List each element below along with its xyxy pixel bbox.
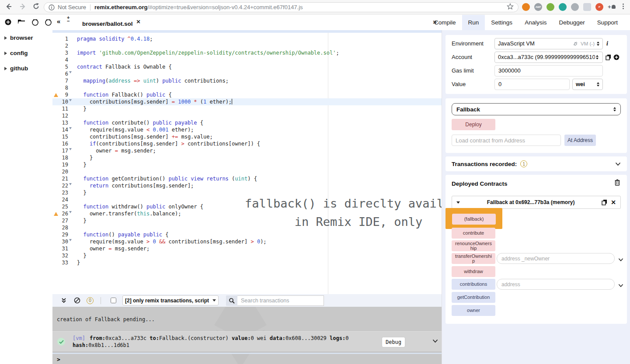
menu-item-run[interactable]: Run	[462, 15, 485, 30]
adblock-extension-icon[interactable]: ABP	[534, 3, 542, 11]
code-line-26[interactable]: 26 owner.transfer(this.balance);	[52, 210, 442, 217]
code-line-27[interactable]: 27 }	[52, 217, 442, 224]
getContribution-button[interactable]: getContribution	[452, 292, 495, 303]
code-line-21[interactable]: 21 function getContribution() public vie…	[52, 175, 442, 182]
code-line-6[interactable]: 6	[52, 70, 442, 77]
tab-browser-ballot-sol[interactable]: browser/ballot.sol ✕	[78, 17, 145, 30]
code-line-28[interactable]: 28	[52, 224, 442, 231]
contract-select[interactable]: Fallback	[452, 103, 621, 115]
debug-button[interactable]: Debug	[382, 337, 405, 347]
tab-close-icon[interactable]: ✕	[136, 19, 141, 25]
code-line-12[interactable]: 12	[52, 112, 442, 119]
arc-extension-icon[interactable]	[559, 3, 567, 11]
cube-extension-icon[interactable]	[583, 3, 591, 11]
code-line-5[interactable]: 5contract Fallback is Ownable {	[52, 63, 442, 70]
contribute-button[interactable]: contribute	[452, 228, 495, 239]
withdraw-button[interactable]: withdraw	[452, 266, 495, 277]
environment-select[interactable]: JavaScript VM VM (-)	[494, 38, 603, 49]
transactions-filter-dropdown[interactable]: [2] only remix transactions, script	[122, 295, 219, 305]
code-line-29[interactable]: 29 function() payable public {	[52, 231, 442, 238]
code-line-8[interactable]: 8	[52, 84, 442, 91]
transaction-log-entry[interactable]: [vm]from:0xca3...a733c to:Fallback.(cons…	[52, 331, 442, 352]
pocket-extension-icon[interactable]: P	[595, 3, 603, 11]
code-line-3[interactable]: 3import 'github.com/OpenZeppelin/zeppeli…	[52, 49, 442, 56]
code-editor[interactable]: 1pragma solidity ^0.4.18;23import 'githu…	[52, 30, 442, 294]
copy-account-icon[interactable]	[606, 54, 611, 60]
code-line-24[interactable]: 24	[52, 196, 442, 203]
code-line-4[interactable]: 4	[52, 56, 442, 63]
code-line-22[interactable]: 22 return contributions[msg.sender];	[52, 182, 442, 189]
magnifier-extension-icon[interactable]	[571, 3, 579, 11]
fallback-button[interactable]: (fallback)	[452, 214, 496, 225]
expand-log-icon[interactable]	[432, 338, 438, 344]
new-file-icon[interactable]	[4, 18, 12, 28]
code-line-13[interactable]: 13 function contribute() public payable …	[52, 119, 442, 126]
back-icon[interactable]	[4, 3, 13, 11]
account-select[interactable]: 0xca3...a733c (99.9999999999996510	[494, 52, 603, 63]
code-line-14[interactable]: 14 require(msg.value < 0.001 ether);	[52, 126, 442, 133]
collapse-panel-icon[interactable]: «	[57, 17, 60, 25]
code-line-10[interactable]: 10 contributions[msg.sender] = 1000 * (1…	[52, 98, 442, 105]
listen-network-checkbox[interactable]	[111, 298, 116, 303]
clear-console-icon[interactable]	[74, 297, 80, 304]
code-line-16[interactable]: 16 if(contributions[msg.sender] > contri…	[52, 140, 442, 147]
code-line-31[interactable]: 31 owner = msg.sender;	[52, 245, 442, 252]
contract-instance-header[interactable]: Fallback at 0x692...77b3a (memory) ✕	[452, 196, 621, 209]
info-icon[interactable]: i	[606, 40, 608, 47]
code-line-23[interactable]: 23 }	[52, 189, 442, 196]
code-line-9[interactable]: 9 function Fallback() public {	[52, 91, 442, 98]
code-line-17[interactable]: 17 owner = msg.sender;	[52, 147, 442, 154]
menu-item-support[interactable]: Support	[591, 15, 624, 30]
code-line-20[interactable]: 20	[52, 168, 442, 175]
green-extension-icon[interactable]	[546, 3, 554, 11]
value-unit-select[interactable]: wei	[572, 79, 603, 90]
chevron-down-icon[interactable]	[615, 160, 621, 168]
load-contract-input[interactable]	[452, 135, 561, 146]
terminal[interactable]: creation of Fallback pending... [vm]from…	[52, 307, 442, 364]
trash-icon[interactable]	[615, 179, 620, 187]
expand-terminal-icon[interactable]	[61, 298, 66, 304]
forward-icon[interactable]	[18, 3, 27, 11]
transferOwnership-argument-input[interactable]	[497, 253, 615, 264]
sidebar-item-config[interactable]: config	[0, 45, 52, 61]
chevron-down-icon[interactable]	[618, 281, 623, 289]
copy-files-icon[interactable]	[45, 18, 52, 28]
contributions-argument-input[interactable]	[497, 279, 615, 290]
renounceOwnership-button[interactable]: renounceOwnership	[452, 240, 495, 251]
contributions-button[interactable]: contributions	[452, 279, 495, 290]
menu-item-compile[interactable]: Compile	[428, 15, 462, 30]
gas-limit-input[interactable]	[494, 65, 603, 76]
search-transactions-input[interactable]	[237, 295, 324, 306]
code-line-18[interactable]: 18 }	[52, 154, 442, 161]
menu-item-debugger[interactable]: Debugger	[553, 15, 591, 30]
metamask-extension-icon[interactable]	[522, 3, 530, 11]
sidebar-item-github[interactable]: github	[0, 61, 52, 76]
code-line-15[interactable]: 15 contributions[msg.sender] += msg.valu…	[52, 133, 442, 140]
deploy-button[interactable]: Deploy	[452, 119, 495, 130]
code-line-2[interactable]: 2	[52, 42, 442, 49]
collapse-instance-icon[interactable]	[456, 201, 460, 204]
url-bar[interactable]: Not Secure remix.ethereum.org /#optimize…	[44, 2, 519, 12]
code-line-33[interactable]: 33}	[52, 259, 442, 266]
code-line-19[interactable]: 19 }	[52, 161, 442, 168]
publish-gist-icon[interactable]	[31, 18, 39, 28]
sidebar-item-browser[interactable]: browser	[0, 30, 52, 45]
add-profile-icon[interactable]: +	[608, 3, 616, 10]
code-line-7[interactable]: 7 mapping(address => uint) public contri…	[52, 77, 442, 84]
at-address-button[interactable]: At Address	[564, 135, 596, 146]
browser-menu-icon[interactable]	[623, 3, 624, 9]
terminal-prompt[interactable]: >	[57, 356, 60, 363]
copy-address-icon[interactable]	[602, 199, 607, 205]
create-account-icon[interactable]	[613, 54, 620, 60]
reload-icon[interactable]	[31, 3, 40, 11]
transferOwnership-button[interactable]: transferOwnership	[452, 253, 495, 264]
code-line-30[interactable]: 30 require(msg.value > 0 && contribution…	[52, 238, 442, 245]
code-line-11[interactable]: 11 }	[52, 105, 442, 112]
resize-editor-icon[interactable]: +−	[67, 16, 70, 23]
code-line-1[interactable]: 1pragma solidity ^0.4.18;	[52, 35, 442, 42]
value-input[interactable]	[494, 79, 570, 90]
code-line-25[interactable]: 25 function withdraw() public onlyOwner …	[52, 203, 442, 210]
bookmark-star-icon[interactable]	[507, 3, 514, 11]
owner-button[interactable]: owner	[452, 305, 495, 316]
code-line-32[interactable]: 32 }	[52, 252, 442, 259]
